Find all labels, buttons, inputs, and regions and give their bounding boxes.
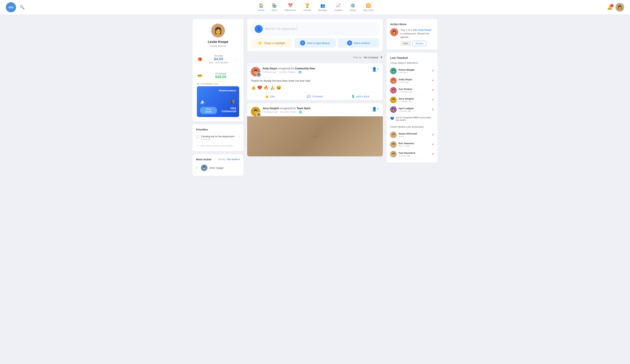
nav-right: 🔔 1 👩 <box>607 3 624 12</box>
nav-item-awards[interactable]: 🏆 Awards <box>303 3 311 11</box>
ron-name: Ron Swanson <box>398 142 430 145</box>
donna-info: Donna Meagle February 2 <box>398 68 430 74</box>
add-person-icon-2[interactable]: 👤+ <box>372 107 379 112</box>
feed-avatar-wrap-2: 👨 👩 <box>251 107 260 116</box>
thanked-donna: 👩 Donna Meagle February 2 + <box>390 66 434 76</box>
nav-item-manage[interactable]: 👥 Manage <box>318 3 327 11</box>
profile-name: Leslie Knope <box>197 40 239 44</box>
recognized-note: 💙 You've recognized 80% of your team thi… <box>390 115 434 123</box>
nav-item-insights[interactable]: 📈 Insights <box>334 3 342 11</box>
most-active-avatar: 👨 <box>201 165 208 171</box>
thank-andy-button[interactable]: + <box>432 78 434 83</box>
thank-tom-button[interactable]: + <box>432 152 434 156</box>
comment-button[interactable]: 💬 Comment <box>292 92 338 100</box>
nav-item-setup[interactable]: ⚙️ Setup <box>350 3 356 11</box>
thank-ron-button[interactable]: + <box>432 142 434 147</box>
ann-time: 14 minutes ago <box>398 91 430 93</box>
card-person-icon: 🧗 <box>231 99 236 104</box>
appreciate-input-row[interactable]: 👤 Who Do You Appreciate? <box>251 22 379 35</box>
top-navigation: mv 🔍 🏠 Home 🏪 Store 📅 Milestones 🏆 Award… <box>0 0 630 14</box>
review-button[interactable]: Review <box>412 41 426 46</box>
donna-name: Donna Meagle <box>398 68 430 71</box>
feed-header-2: 👨 👩 Jerry Gergich recognized for Team Sp… <box>247 103 383 116</box>
action-item-text: Your 1 on 1 with Andy Dwyer is coming so… <box>400 28 434 39</box>
thank-april-button[interactable]: + <box>432 107 434 112</box>
like-button[interactable]: 👍 Like <box>247 92 292 100</box>
more-actions-button[interactable]: + More Actions <box>338 38 379 48</box>
action-item-link[interactable]: Andy Dwyer <box>418 28 432 31</box>
nav-item-store[interactable]: 🏪 Store <box>272 3 277 11</box>
to-spend-arrow[interactable]: › <box>238 74 238 78</box>
last-thanked-card: Last Thanked Your Direct Reports 👩 Donna… <box>386 53 438 163</box>
feed-time-2: 14 minutes ago • by Leslie Knope • 🌐 <box>262 111 370 113</box>
feed-names-2: Jerry Gergich recognized for Team Spirit <box>262 107 370 110</box>
andy-avatar-sidebar: 👨 <box>390 77 397 84</box>
feed-header-1: 👨 👨 Andy Dwyer recognized for Community … <box>247 63 383 76</box>
donna-time: February 2 <box>398 71 430 74</box>
filter-arrow-icon[interactable]: ▼ <box>380 56 383 59</box>
manage-icon: 👥 <box>320 3 325 8</box>
profile-card: 👩 Leslie Knope Deputy Director 🎁 TO GIVE… <box>192 19 244 121</box>
app-logo[interactable]: mv <box>6 2 16 12</box>
priority-checkbox[interactable] <box>196 135 199 138</box>
notifications-button[interactable]: 🔔 1 <box>607 5 612 10</box>
comment-icon: 💬 <box>307 95 310 98</box>
chevron-down-icon: ▾ <box>239 158 240 161</box>
to-give-row: 🎁 TO GIVE $4.00 $400 · SPOT BONUS › ⋮ <box>197 53 239 65</box>
thank-donna-button[interactable]: + <box>432 69 434 73</box>
sort-by-label: Sort By <box>218 158 225 161</box>
filter-value[interactable]: 'My Company' <box>364 56 378 59</box>
most-active-name: Chris Traeger <box>209 167 224 169</box>
gift-icon: 🎁 <box>198 57 202 61</box>
tom-name: Tom Haverford <box>398 152 430 154</box>
thank-ann-button[interactable]: + <box>432 88 434 92</box>
add-buck-button[interactable]: 💲 Add a Buck <box>338 92 383 100</box>
hide-button[interactable]: Hide <box>400 41 411 46</box>
heart-reaction[interactable]: ❤️ <box>257 85 262 90</box>
thumbs-up-reaction[interactable]: 👍 <box>251 85 256 90</box>
fire-reaction[interactable]: 🔥 <box>264 85 268 90</box>
home-icon: 🏠 <box>259 3 264 8</box>
pray-reaction[interactable]: 🙏 <box>270 85 275 90</box>
feed-actions-1: 👍 Like 💬 Comment 💲 Add a Buck <box>247 92 383 100</box>
donna-avatar: 👩 <box>390 68 397 74</box>
april-avatar: 👩 <box>390 106 397 113</box>
sort-select[interactable]: This month ▾ <box>226 158 240 161</box>
action-item-buttons: Hide Review <box>400 41 434 46</box>
drag-handle-icon[interactable]: ≡ <box>238 135 240 138</box>
add-priority-button[interactable]: + Click here to add a new priority... <box>196 142 240 148</box>
main-layout: 👩 Leslie Knope Deputy Director 🎁 TO GIVE… <box>188 14 442 180</box>
jerry-info: Jerry Gergich 14 minutes ago <box>398 97 430 102</box>
chris-avatar-sub: 👨 <box>256 72 261 77</box>
card-visual: 🏔️ 🧗 <box>200 93 236 104</box>
thanked-april: 👩 April Ludgate 8 minutes ago + <box>390 105 434 115</box>
ron-avatar: 👨 <box>390 141 397 148</box>
feed-body-1: Thanks for literally the best shoe shine… <box>247 76 383 85</box>
search-button[interactable]: 🔍 <box>20 5 24 10</box>
to-give-arrow[interactable]: › <box>233 58 234 61</box>
thank-stuart-button[interactable]: + <box>432 133 434 137</box>
add-person-icon-1[interactable]: 👤+ <box>372 67 379 72</box>
ron-info: Ron Swanson Nov 17, 2021 <box>398 142 430 147</box>
globe-icon-1: 🌐 <box>298 71 302 74</box>
post-value-1: Community Now <box>295 67 315 70</box>
give-spot-bonus-button[interactable]: + Give a Spot Bonus <box>294 38 336 48</box>
priority-text: Camping trip for the department <box>201 135 236 138</box>
priority-item: Camping trip for the department 1 week o… <box>196 134 240 142</box>
to-give-more[interactable]: ⋮ <box>235 57 238 61</box>
april-name: April Ludgate <box>398 107 430 110</box>
person-icon: 👤 <box>257 27 261 31</box>
card-label: My ThanksMatters Card <box>197 83 239 85</box>
laugh-reaction[interactable]: 😆 <box>276 85 281 90</box>
ann-name: Ann Perkins <box>398 88 430 90</box>
recognized-text: You've recognized 80% of your team this … <box>396 116 434 121</box>
thank-jerry-button[interactable]: + <box>432 98 434 102</box>
user-avatar[interactable]: 👩 <box>616 3 624 12</box>
nav-item-home[interactable]: 🏠 Home <box>258 3 264 11</box>
appreciate-placeholder[interactable]: Who Do You Appreciate? <box>265 27 375 30</box>
show-details-button[interactable]: Show Details <box>200 107 217 114</box>
buck-icon: 💲 <box>351 95 355 98</box>
share-highlight-button[interactable]: ⭐ Share a Highlight <box>251 38 292 48</box>
nav-item-milestones[interactable]: 📅 Milestones <box>284 3 296 11</box>
nav-item-org-chart[interactable]: 🔀 Org Chart <box>363 3 374 11</box>
